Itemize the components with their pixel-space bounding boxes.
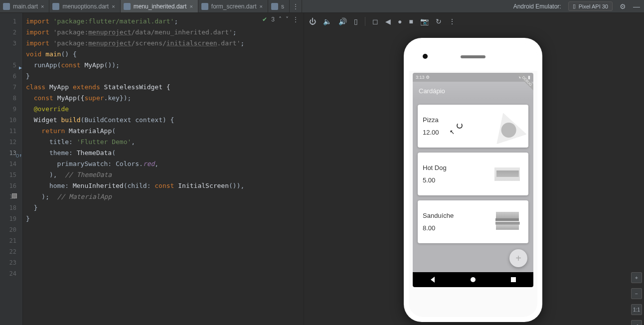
zoom-fit-button[interactable]: 1:1 <box>631 304 642 315</box>
line-number: 21 <box>0 235 22 246</box>
emulator-panel: ⏻ 🔈 🔊 ▯ ◻ ◀ ● ■ 📷 ↻ ⋮ + − 1:1 ⤢ <box>304 13 644 325</box>
line-number: 17 <box>0 191 22 202</box>
line-number: 8 <box>0 93 22 104</box>
line-number: 15 <box>0 169 22 180</box>
nav-home-button[interactable] <box>455 277 491 282</box>
volume-down-icon[interactable]: 🔈 <box>323 17 331 25</box>
tab-label: s <box>281 3 284 10</box>
line-number: 19 <box>0 213 22 224</box>
loading-spinner-icon <box>457 123 463 129</box>
line-number: 14 <box>0 159 22 169</box>
close-icon[interactable]: × <box>112 3 115 9</box>
tab-menuoptions[interactable]: menuoptions.dart × <box>49 0 120 12</box>
zoom-reset-button[interactable]: ⤢ <box>631 320 642 325</box>
android-nav-bar <box>413 272 533 287</box>
tab-label: menuoptions.dart <box>62 3 109 10</box>
dart-file-icon <box>201 3 208 10</box>
gear-icon[interactable]: ⚙ <box>620 2 626 10</box>
menu-item-thumbnail <box>488 108 527 144</box>
main-split: 1 2 3 5▶ 6 7 8 9 10 11 12 13○↑ 14 15 16 … <box>0 13 644 325</box>
close-icon[interactable]: × <box>189 3 192 9</box>
top-tab-bar: main.dart × menuoptions.dart × menu_inhe… <box>0 0 644 13</box>
separator <box>365 17 365 26</box>
menu-list[interactable]: Pizza 12.00 ↖ Hot Dog 5.00 <box>413 100 533 272</box>
stop-icon[interactable]: ■ <box>409 17 413 25</box>
line-number: 13○↑ <box>0 148 22 159</box>
device-name: Pixel API 30 <box>579 3 608 9</box>
line-number: 20 <box>0 224 22 235</box>
line-number: 16 <box>0 180 22 191</box>
device-inner: 3:13 ⚙ ▾ ▴ ▮ Cardápio DEBUG <box>409 43 537 317</box>
tab-extra[interactable]: s <box>268 0 290 12</box>
device-screen[interactable]: 3:13 ⚙ ▾ ▴ ▮ Cardápio DEBUG <box>413 73 533 287</box>
speaker-grille <box>461 55 485 58</box>
reload-icon[interactable]: ↻ <box>436 17 442 25</box>
line-number: 24 <box>0 268 22 279</box>
power-icon[interactable]: ⏻ <box>309 17 316 25</box>
line-number: 23 <box>0 257 22 268</box>
device-chin <box>409 292 537 312</box>
status-time: 3:13 ⚙ <box>416 75 430 80</box>
menu-item-name: Sanduíche <box>423 212 454 219</box>
emulator-zoom-controls: + − 1:1 ⤢ <box>631 272 642 325</box>
code-editor[interactable]: ✔ 3 ˄ ˅ ⋮ import 'package:flutter/materi… <box>23 13 304 325</box>
line-number: 7 <box>0 82 22 93</box>
android-status-bar: 3:13 ⚙ ▾ ▴ ▮ <box>413 73 533 82</box>
close-icon[interactable]: × <box>260 3 263 9</box>
code-text[interactable]: import 'package:flutter/material.dart';i… <box>23 13 304 325</box>
close-icon[interactable]: × <box>41 3 44 9</box>
menu-item-thumbnail <box>491 208 523 236</box>
emulator-toolbar: ⏻ 🔈 🔊 ▯ ◻ ◀ ● ■ 📷 ↻ ⋮ <box>309 17 456 26</box>
volume-up-icon[interactable]: 🔊 <box>338 17 347 25</box>
menu-item-price: 8.00 <box>423 224 454 232</box>
zoom-out-button[interactable]: − <box>631 288 642 299</box>
line-number: 2 <box>0 27 22 38</box>
tab-label: form_screen.dart <box>211 3 257 10</box>
emulator-label: Android Emulator: <box>513 3 561 10</box>
line-number: 3 <box>0 38 22 49</box>
camera-icon[interactable]: 📷 <box>420 17 429 25</box>
line-number: 11 <box>0 126 22 137</box>
line-number: 6 <box>0 71 22 82</box>
tab-overflow[interactable]: ⋮ <box>290 0 302 12</box>
nav-back-button[interactable] <box>415 277 451 283</box>
menu-card-sanduiche[interactable]: Sanduíche 8.00 <box>418 200 528 243</box>
more-icon[interactable]: ⋮ <box>293 16 299 23</box>
line-number: 22 <box>0 246 22 257</box>
line-number <box>0 49 22 60</box>
app-bar: Cardápio DEBUG <box>413 82 533 100</box>
add-fab[interactable]: + <box>509 249 527 267</box>
cursor-arrow-icon: ↖ <box>450 129 455 136</box>
more-vert-icon[interactable]: ⋮ <box>449 17 456 25</box>
chevron-up-icon[interactable]: ˄ <box>279 16 282 23</box>
menu-item-thumbnail <box>491 160 523 188</box>
back-icon[interactable]: ◀ <box>385 17 391 25</box>
line-number: 1 <box>0 16 22 27</box>
minimize-icon[interactable]: — <box>633 2 640 10</box>
tab-main-dart[interactable]: main.dart × <box>0 0 49 12</box>
line-number: 9 <box>0 104 22 115</box>
nav-overview-button[interactable] <box>495 277 531 282</box>
menu-card-pizza[interactable]: Pizza 12.00 ↖ <box>418 105 528 148</box>
tab-form-screen[interactable]: form_screen.dart × <box>198 0 268 12</box>
tab-label: main.dart <box>13 3 38 10</box>
rotate-device-icon[interactable]: ▯ <box>354 17 358 25</box>
zoom-in-button[interactable]: + <box>631 272 642 283</box>
editor-tabs: main.dart × menuoptions.dart × menu_inhe… <box>0 0 302 12</box>
device-bezel-top <box>409 43 537 71</box>
check-icon: ✔ <box>262 16 267 23</box>
menu-card-hotdog[interactable]: Hot Dog 5.00 <box>418 153 528 195</box>
record-icon[interactable]: ● <box>398 17 402 25</box>
line-number: 10 <box>0 115 22 126</box>
line-number: 18 <box>0 202 22 213</box>
dart-file-icon <box>52 3 59 10</box>
tab-menu-inherited[interactable]: menu_inherited.dart × <box>121 0 198 12</box>
device-picker[interactable]: ▯ Pixel API 30 <box>568 1 613 11</box>
line-number: 5▶ <box>0 60 22 71</box>
screenshot-icon[interactable]: ◻ <box>372 17 378 25</box>
color-swatch-gutter-icon[interactable] <box>12 193 17 198</box>
menu-item-price: 5.00 <box>423 176 447 184</box>
chevron-down-icon[interactable]: ˅ <box>286 16 289 23</box>
app-bar-title: Cardápio <box>419 87 445 95</box>
dart-file-icon <box>124 3 131 10</box>
